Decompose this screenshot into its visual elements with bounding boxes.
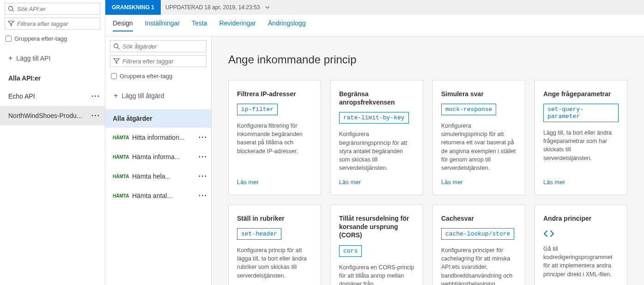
card-title: Ange frågeparametrar bbox=[543, 90, 619, 98]
api-item-label: NorthWindShoes-Produ... bbox=[8, 112, 82, 119]
search-icon bbox=[113, 43, 120, 50]
learn-more-link[interactable]: Läs mer bbox=[237, 179, 312, 186]
tab[interactable]: Revideringar bbox=[219, 19, 256, 31]
more-icon[interactable]: ··· bbox=[199, 153, 207, 161]
card-title: Begränsa anropsfrekvensen bbox=[339, 90, 414, 106]
main-content: Ange inkommande princip Filtrera IP-adre… bbox=[212, 37, 644, 285]
api-item[interactable]: Echo API··· bbox=[0, 87, 105, 106]
tab[interactable]: Testa bbox=[192, 19, 207, 31]
operation-item[interactable]: HÄMTAHitta information...··· bbox=[105, 128, 211, 147]
policy-pill: set-query-parameter bbox=[543, 104, 619, 122]
add-api-button[interactable]: + Lägg till API bbox=[0, 50, 105, 66]
chevron-down-icon[interactable] bbox=[265, 5, 270, 10]
add-operation-button[interactable]: + Lägg till åtgärd bbox=[105, 88, 211, 104]
operation-label: Hämta antal... bbox=[132, 192, 199, 199]
svg-line-3 bbox=[118, 48, 120, 50]
add-operation-label: Lägg till åtgärd bbox=[122, 92, 164, 99]
card-title: Filtrera IP-adresser bbox=[237, 90, 312, 98]
tab[interactable]: Inställningar bbox=[145, 19, 180, 31]
policy-card[interactable]: Cachesvarcache-lookup/storeKonfigurera p… bbox=[432, 204, 525, 285]
operation-label: Hämta informa... bbox=[132, 153, 199, 161]
plus-icon: + bbox=[114, 92, 118, 100]
policy-pill: cors bbox=[339, 245, 362, 257]
group-by-tag-checkbox[interactable]: Gruppera efter-tagg bbox=[0, 32, 105, 45]
learn-more-link[interactable]: Läs mer bbox=[339, 179, 414, 186]
card-description: Lägg till, ta bort eller ändra frågepara… bbox=[543, 129, 619, 172]
card-description: Konfigurera principer för cachelagring f… bbox=[441, 246, 516, 285]
page-title: Ange inkommande princip bbox=[228, 53, 627, 66]
card-title: Simulera svar bbox=[441, 90, 516, 98]
policy-pill: set-header bbox=[237, 228, 281, 240]
tab[interactable]: Ändringslogg bbox=[268, 19, 306, 31]
card-description: Konfigurera filtrering för inkommande be… bbox=[237, 122, 312, 172]
learn-more-link[interactable]: Läs mer bbox=[543, 179, 619, 186]
api-search-input[interactable] bbox=[17, 6, 97, 12]
card-description: Konfigurera begränsningsprincip för att … bbox=[339, 130, 414, 172]
card-description: Konfigurera simuleringsprincip för att r… bbox=[441, 122, 516, 172]
operation-item[interactable]: HÄMTAHämta antal...··· bbox=[105, 186, 211, 205]
all-apis-heading: Alla API:er bbox=[0, 66, 105, 87]
updated-text: UPPDATERAD 18 apr, 2019, 14:23:53 bbox=[161, 4, 265, 11]
card-title: Tillåt resursdelning för korsande urspru… bbox=[339, 214, 414, 240]
more-icon[interactable]: ··· bbox=[199, 192, 207, 200]
policy-card[interactable]: Andra principerGå till kodredigeringspro… bbox=[535, 204, 627, 285]
operation-label: Hitta information... bbox=[132, 134, 199, 141]
revision-badge[interactable]: GRANSKNING 1 bbox=[105, 0, 161, 15]
learn-more-link[interactable]: Läs mer bbox=[441, 179, 516, 186]
operation-label: Hämta hela... bbox=[132, 173, 199, 180]
op-filter-box[interactable] bbox=[110, 55, 207, 67]
api-filter-input[interactable] bbox=[17, 20, 97, 27]
policy-card[interactable]: Ställ in rubrikerset-headerKonfigurera p… bbox=[228, 204, 321, 285]
policy-pill: rate-limit-by-key bbox=[339, 112, 409, 124]
operation-item[interactable]: HÄMTAHämta hela...··· bbox=[105, 167, 211, 186]
op-search-box[interactable] bbox=[110, 40, 207, 52]
api-item-label: Echo API bbox=[8, 93, 35, 100]
api-filter-box[interactable] bbox=[5, 18, 100, 30]
api-item[interactable]: NorthWindShoes-Produ...··· bbox=[0, 106, 105, 125]
card-description: Konfigurera princip för att lägga till, … bbox=[237, 246, 312, 285]
policy-card[interactable]: Simulera svarmock-responseKonfigurera si… bbox=[432, 80, 525, 195]
policy-card[interactable]: Ange frågeparametrarset-query-parameterL… bbox=[535, 80, 627, 195]
card-description: Gå till kodredigeringsprogrammet för att… bbox=[543, 245, 619, 285]
policy-pill: cache-lookup/store bbox=[441, 228, 514, 240]
more-icon[interactable]: ··· bbox=[199, 133, 207, 142]
http-method-badge: HÄMTA bbox=[113, 135, 132, 140]
svg-point-2 bbox=[114, 44, 118, 48]
more-icon[interactable]: ··· bbox=[91, 92, 100, 100]
http-method-badge: HÄMTA bbox=[113, 174, 132, 179]
op-search-input[interactable] bbox=[122, 43, 203, 50]
policy-card[interactable]: Filtrera IP-adresserip-filterKonfigurera… bbox=[228, 80, 321, 195]
op-filter-input[interactable] bbox=[122, 58, 203, 65]
http-method-badge: HÄMTA bbox=[113, 155, 132, 160]
policy-card[interactable]: Begränsa anropsfrekvensenrate-limit-by-k… bbox=[330, 80, 423, 195]
op-group-by-tag-input[interactable] bbox=[111, 73, 117, 79]
more-icon[interactable]: ··· bbox=[199, 172, 207, 180]
svg-point-0 bbox=[9, 6, 13, 11]
policy-card[interactable]: Tillåt resursdelning för korsande urspru… bbox=[330, 204, 423, 285]
http-method-badge: HÄMTA bbox=[113, 193, 132, 198]
group-by-tag-input[interactable] bbox=[6, 36, 12, 42]
operation-item[interactable]: HÄMTAHämta informa...··· bbox=[105, 147, 211, 167]
filter-icon bbox=[113, 58, 120, 64]
plus-icon: + bbox=[8, 54, 12, 62]
topbar: GRANSKNING 1 UPPDATERAD 18 apr, 2019, 14… bbox=[105, 0, 644, 15]
card-title: Andra principer bbox=[543, 214, 619, 223]
filter-icon bbox=[8, 20, 14, 27]
policy-pill: ip-filter bbox=[237, 104, 278, 115]
code-icon bbox=[543, 228, 619, 239]
card-title: Ställ in rubriker bbox=[237, 214, 312, 223]
tab[interactable]: Design bbox=[113, 19, 133, 31]
left-sidebar: Gruppera efter-tagg + Lägg till API Alla… bbox=[0, 0, 105, 285]
group-by-tag-label: Gruppera efter-tagg bbox=[14, 35, 67, 42]
op-group-by-tag-label: Gruppera efter-tagg bbox=[120, 73, 172, 80]
search-icon bbox=[8, 6, 14, 12]
tabs-bar: DesignInställningarTestaRevideringarÄndr… bbox=[105, 15, 644, 37]
all-operations-heading[interactable]: Alla åtgärder bbox=[105, 109, 211, 128]
api-search-box[interactable] bbox=[5, 3, 100, 15]
card-title: Cachesvar bbox=[441, 214, 516, 223]
op-group-by-tag-checkbox[interactable]: Gruppera efter-tagg bbox=[105, 70, 211, 82]
card-description: Konfigurera en CORS-princip för att till… bbox=[339, 263, 414, 285]
svg-line-1 bbox=[12, 10, 14, 12]
more-icon[interactable]: ··· bbox=[91, 112, 100, 120]
policy-pill: mock-response bbox=[441, 104, 496, 115]
